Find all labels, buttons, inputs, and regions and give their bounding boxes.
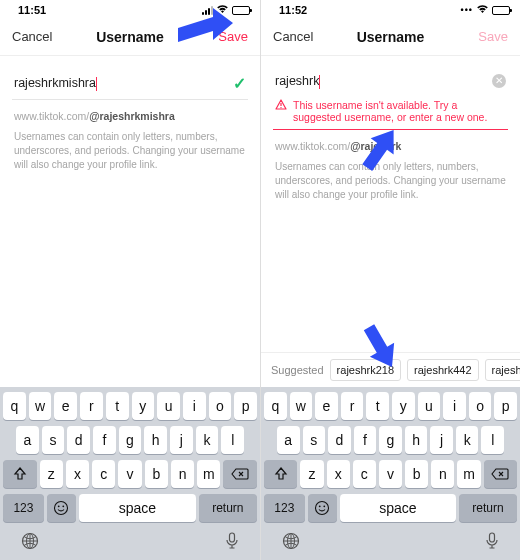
suggested-label: Suggested [271, 364, 324, 376]
space-key[interactable]: space [340, 494, 456, 522]
key-o[interactable]: o [209, 392, 232, 420]
profile-url-preview: www.tiktok.com/@rajeshrk [273, 130, 508, 152]
key-v[interactable]: v [118, 460, 141, 488]
key-h[interactable]: h [405, 426, 428, 454]
key-x[interactable]: x [327, 460, 350, 488]
key-i[interactable]: i [443, 392, 466, 420]
username-input-value: rajeshrkmishra [14, 76, 96, 90]
keyboard-bottom-bar [3, 528, 257, 560]
suggested-usernames-row: Suggested rajeshrk218 rajeshrk442 rajesh… [261, 352, 520, 387]
battery-icon [232, 6, 250, 15]
key-a[interactable]: a [277, 426, 300, 454]
cancel-button[interactable]: Cancel [12, 29, 60, 44]
save-button[interactable]: Save [200, 29, 248, 44]
keyboard-row-4: 123 space return [3, 494, 257, 522]
cancel-button[interactable]: Cancel [273, 29, 321, 44]
shift-key[interactable] [264, 460, 297, 488]
space-key[interactable]: space [79, 494, 196, 522]
key-s[interactable]: s [42, 426, 65, 454]
key-q[interactable]: q [3, 392, 26, 420]
key-k[interactable]: k [196, 426, 219, 454]
key-u[interactable]: u [418, 392, 441, 420]
svg-rect-14 [490, 533, 495, 542]
numbers-key[interactable]: 123 [264, 494, 305, 522]
wifi-icon [216, 4, 229, 16]
keyboard-row-3: zxcvbnm [264, 460, 517, 488]
key-c[interactable]: c [92, 460, 115, 488]
username-input[interactable]: rajeshrkmishra [14, 76, 233, 91]
key-t[interactable]: t [366, 392, 389, 420]
mic-icon[interactable] [225, 532, 239, 554]
key-a[interactable]: a [16, 426, 39, 454]
key-y[interactable]: y [132, 392, 155, 420]
key-o[interactable]: o [469, 392, 492, 420]
nav-bar: Cancel Username Save [261, 18, 520, 56]
key-d[interactable]: d [328, 426, 351, 454]
key-w[interactable]: w [290, 392, 313, 420]
key-l[interactable]: l [481, 426, 504, 454]
emoji-key[interactable] [47, 494, 76, 522]
key-b[interactable]: b [145, 460, 168, 488]
backspace-key[interactable] [223, 460, 257, 488]
key-c[interactable]: c [353, 460, 376, 488]
svg-point-9 [316, 502, 329, 515]
status-bar: 11:52 ••• [261, 0, 520, 18]
key-y[interactable]: y [392, 392, 415, 420]
suggested-username-chip[interactable]: rajeshrk442 [407, 359, 478, 381]
key-n[interactable]: n [171, 460, 194, 488]
key-d[interactable]: d [67, 426, 90, 454]
globe-icon[interactable] [282, 532, 300, 554]
key-g[interactable]: g [379, 426, 402, 454]
key-k[interactable]: k [456, 426, 479, 454]
key-e[interactable]: e [54, 392, 77, 420]
status-time: 11:52 [279, 4, 307, 16]
username-input-row[interactable]: rajeshrk ✕ [273, 56, 508, 93]
key-u[interactable]: u [157, 392, 180, 420]
mic-icon[interactable] [485, 532, 499, 554]
key-f[interactable]: f [93, 426, 116, 454]
key-g[interactable]: g [119, 426, 142, 454]
key-j[interactable]: j [430, 426, 453, 454]
key-e[interactable]: e [315, 392, 338, 420]
key-j[interactable]: j [170, 426, 193, 454]
username-input-value: rajeshrk [275, 74, 319, 88]
key-s[interactable]: s [303, 426, 326, 454]
suggested-username-chip[interactable]: rajeshrk218 [330, 359, 401, 381]
backspace-key[interactable] [484, 460, 517, 488]
suggested-username-chip[interactable]: rajeshrk452 [485, 359, 520, 381]
key-p[interactable]: p [494, 392, 517, 420]
key-p[interactable]: p [234, 392, 257, 420]
shift-key[interactable] [3, 460, 37, 488]
svg-point-2 [63, 505, 65, 507]
key-l[interactable]: l [221, 426, 244, 454]
emoji-key[interactable] [308, 494, 337, 522]
key-f[interactable]: f [354, 426, 377, 454]
key-h[interactable]: h [144, 426, 167, 454]
key-v[interactable]: v [379, 460, 402, 488]
key-r[interactable]: r [80, 392, 103, 420]
username-input[interactable]: rajeshrk [275, 74, 492, 89]
nav-bar: Cancel Username Save [0, 18, 260, 56]
key-z[interactable]: z [40, 460, 63, 488]
key-q[interactable]: q [264, 392, 287, 420]
key-z[interactable]: z [300, 460, 323, 488]
key-i[interactable]: i [183, 392, 206, 420]
key-b[interactable]: b [405, 460, 428, 488]
screen-right: 11:52 ••• Cancel Username Save rajeshrk … [260, 0, 520, 560]
page-title: Username [96, 29, 164, 45]
key-r[interactable]: r [341, 392, 364, 420]
text-caret [96, 77, 97, 91]
key-w[interactable]: w [29, 392, 52, 420]
return-key[interactable]: return [199, 494, 257, 522]
content-area: rajeshrk ✕ This username isn't available… [261, 56, 520, 352]
key-n[interactable]: n [431, 460, 454, 488]
clear-input-icon[interactable]: ✕ [492, 74, 506, 88]
username-input-row[interactable]: rajeshrkmishra ✓ [12, 56, 248, 100]
key-m[interactable]: m [457, 460, 480, 488]
globe-icon[interactable] [21, 532, 39, 554]
key-m[interactable]: m [197, 460, 220, 488]
return-key[interactable]: return [459, 494, 517, 522]
key-t[interactable]: t [106, 392, 129, 420]
numbers-key[interactable]: 123 [3, 494, 44, 522]
key-x[interactable]: x [66, 460, 89, 488]
